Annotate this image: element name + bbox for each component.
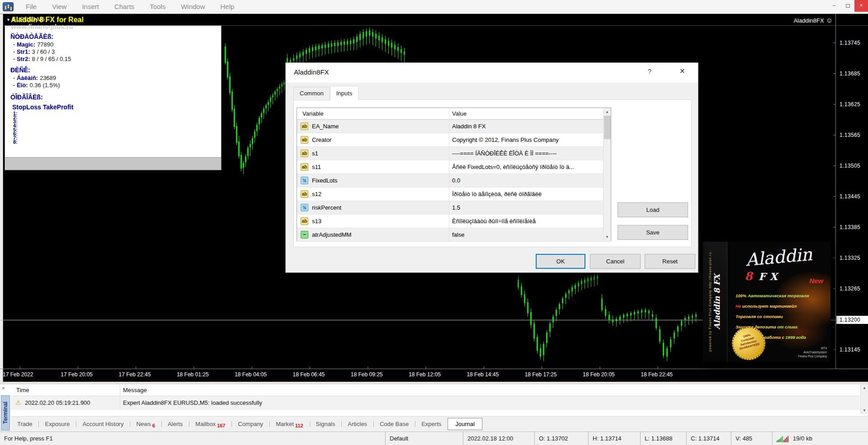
journal-list: Time Message ⚠2022.02.20 05:19:21.900Exp… [11, 384, 860, 416]
aladdin-product-box: powered by Finans Plus Company http://fi… [703, 242, 830, 362]
trade-header: ÒÎÐÃÎÂËß: [10, 94, 221, 101]
strategy-item: · Magic:77890 [13, 41, 221, 48]
scroll-up-icon[interactable]: ▲ [604, 108, 611, 116]
terminal-tab-mailbox[interactable]: Mailbox167 [189, 418, 231, 430]
terminal-tab-company[interactable]: Company [231, 418, 269, 430]
param-row[interactable]: ½riskPercent1.5 [297, 201, 611, 215]
param-row[interactable]: abs13Èñïîëüçîâàòü ðûíî÷íîå èñïîëíåíèå [297, 215, 611, 228]
panel-resize-grip[interactable] [5, 157, 221, 170]
strategy-header: ÑÒÐÀÒÅÃÈß: [10, 33, 221, 40]
price-axis-label: 1.13445 [840, 193, 860, 200]
column-header-value[interactable]: Value [449, 108, 611, 119]
product-bullet: Торговля со стопами [736, 311, 809, 322]
trade-row: 2: [13, 116, 221, 120]
param-value[interactable]: 0.0 [449, 174, 611, 187]
profile-cell[interactable]: Default [385, 432, 463, 445]
menu-item-file[interactable]: File [18, 0, 44, 14]
product-logo: Aladdin [727, 243, 830, 272]
dialog-close-button[interactable]: × [676, 66, 688, 76]
dialog-titlebar[interactable]: Aladdin8FX ? × [286, 63, 698, 83]
ohlc-cell: H: 1.13714 [588, 432, 640, 445]
param-name: s12 [312, 187, 321, 201]
tab-common[interactable]: Common [293, 87, 330, 101]
load-button[interactable]: Load [618, 202, 688, 217]
spine-note: powered by Finans Plus Company http://fi… [708, 242, 712, 362]
restore-button[interactable] [841, 0, 854, 12]
save-button[interactable]: Save [618, 225, 688, 240]
param-value[interactable]: ----==== ÍÀÑÒÐÎÉÊÈ ËÎÒÀ È ÌÌ ====---- [449, 147, 611, 160]
tab-badge-count: 6 [152, 423, 155, 428]
terminal-tab-experts[interactable]: Experts [415, 418, 448, 430]
terminal-tab-trade[interactable]: Trade [11, 418, 38, 430]
tab-inputs[interactable]: Inputs [330, 86, 359, 100]
product-fx: FX [759, 271, 782, 282]
terminal-tab-alerts[interactable]: Alerts [161, 418, 189, 430]
journal-row[interactable]: ⚠2022.02.20 05:19:21.900Expert Aladdin8F… [11, 396, 860, 410]
menu-item-charts[interactable]: Charts [107, 0, 142, 14]
time-axis[interactable]: 17 Feb 202217 Feb 20:0517 Feb 22:4518 Fe… [0, 369, 868, 382]
params-scrollbar[interactable]: ▲ ▼ [603, 108, 611, 241]
terminal-tab-exposure[interactable]: Exposure [38, 418, 76, 430]
product-footer: MT4AutoTradeSystemFinans Plus Company [798, 346, 827, 358]
close-button[interactable]: × [854, 0, 868, 12]
time-axis-label: 17 Feb 20:05 [61, 371, 93, 378]
column-header-time[interactable]: Time [16, 384, 29, 396]
column-header-message[interactable]: Message [123, 384, 147, 396]
param-name: Creator [312, 133, 331, 146]
price-axis[interactable]: 1.137451.136851.136251.135651.135051.134… [835, 14, 868, 369]
terminal-side-tab[interactable]: Terminal [1, 395, 10, 431]
param-value[interactable]: Èñïîëüçîâàòü ðûíî÷íîå èñïîëíåíèå [449, 215, 611, 228]
menu-item-window[interactable]: Window [173, 0, 212, 14]
column-divider[interactable] [120, 384, 120, 396]
product-bullet: 100% Автоматическая торговля [736, 290, 809, 301]
param-row[interactable]: abs12Ïðîöåíò îò äåïîçèòà, ðèñê òîðãîâëè [297, 187, 611, 201]
window-controls: – × [827, 0, 868, 12]
terminal-tab-account-history[interactable]: Account History [76, 418, 130, 430]
risk-item-value: 23689 [40, 75, 56, 81]
terminal-tab-articles[interactable]: Articles [341, 418, 373, 430]
param-row[interactable]: abs11Åñëè FixedLots=0, èñïîëüçóåòñÿ ïðîö… [297, 160, 611, 174]
scroll-down-icon[interactable]: ▼ [861, 407, 868, 414]
scrollbar-thumb[interactable] [604, 116, 611, 139]
terminal-tab-news[interactable]: News6 [130, 418, 161, 430]
param-row[interactable]: abEA_NameAladdin 8 FX [297, 120, 611, 133]
app-logo-icon [3, 2, 14, 11]
time-axis-label: 18 Feb 06:45 [293, 371, 325, 378]
terminal-tab-code-base[interactable]: Code Base [373, 418, 415, 430]
param-name-cell: abs11 [297, 160, 449, 173]
terminal-tab-signals[interactable]: Signals [310, 418, 342, 430]
menu-item-view[interactable]: View [44, 0, 74, 14]
param-row[interactable]: ½FixedLots0.0 [297, 174, 611, 187]
dialog-help-button[interactable]: ? [645, 67, 655, 75]
param-value[interactable]: 1.5 [449, 201, 611, 214]
price-axis-label: 1.13745 [840, 40, 860, 46]
param-row[interactable]: abs1----==== ÍÀÑÒÐÎÉÊÈ ËÎÒÀ È ÌÌ ====---… [297, 147, 611, 160]
column-header-variable[interactable]: Variable [297, 108, 449, 119]
param-value[interactable]: false [449, 228, 611, 241]
param-row[interactable]: ~atrAdjustedMMfalse [297, 228, 611, 242]
ok-button[interactable]: OK [536, 254, 585, 269]
params-table: Variable Value abEA_NameAladdin 8 FXabCr… [297, 108, 611, 241]
param-name-cell: abs12 [297, 187, 449, 201]
menu-item-help[interactable]: Help [213, 0, 242, 14]
param-value[interactable]: Åñëè FixedLots=0, èñïîëüçóåòñÿ ïðîöåíò î… [449, 160, 611, 173]
param-value[interactable]: Copyright © 2012, Finans Plus Company [449, 133, 611, 146]
terminal-tab-market[interactable]: Market112 [269, 418, 309, 430]
reset-button[interactable]: Reset [645, 254, 695, 269]
minimize-button[interactable]: – [827, 0, 841, 12]
terminal-tab-label: Journal [455, 421, 475, 427]
cancel-button[interactable]: Cancel [590, 254, 641, 269]
terminal-close-icon[interactable]: × [2, 385, 5, 391]
terminal-scrollbar[interactable]: ▲ ▼ [860, 384, 868, 414]
scroll-down-icon[interactable]: ▼ [604, 233, 611, 241]
terminal-tab-label: Company [238, 421, 263, 427]
param-value[interactable]: Ïðîöåíò îò äåïîçèòà, ðèñê òîðãîâëè [449, 187, 611, 201]
param-row[interactable]: abCreatorCopyright © 2012, Finans Plus C… [297, 133, 611, 147]
menu-item-tools[interactable]: Tools [142, 0, 173, 14]
param-name-cell: abCreator [297, 133, 449, 146]
terminal-tab-journal[interactable]: Journal [448, 418, 482, 430]
scroll-up-icon[interactable]: ▲ [861, 384, 868, 392]
param-name: EA_Name [312, 120, 339, 133]
menu-item-insert[interactable]: Insert [74, 0, 107, 14]
param-value[interactable]: Aladdin 8 FX [449, 120, 611, 133]
